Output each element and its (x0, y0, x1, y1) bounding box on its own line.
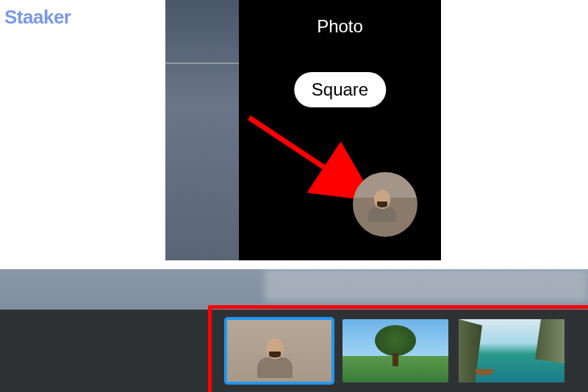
gallery-panel (0, 269, 588, 392)
boat-icon (475, 369, 494, 375)
gallery-thumb-tree[interactable] (343, 319, 448, 382)
gallery-thumb-selfie[interactable] (226, 319, 332, 382)
camera-preview-panel: Photo Square (165, 0, 441, 260)
person-icon (374, 190, 396, 222)
filmstrip-spacer (0, 310, 213, 392)
camera-mode-label: Photo (317, 16, 363, 37)
watermark-text: Staaker (4, 6, 71, 29)
preview-background-left (165, 0, 239, 260)
tree-icon (375, 325, 416, 366)
person-icon (266, 338, 293, 378)
cliff-icon (535, 319, 564, 363)
gallery-thumb-lake[interactable] (459, 319, 564, 382)
svg-line-0 (249, 118, 362, 193)
camera-controls-area: Photo Square (239, 0, 441, 260)
gallery-filmstrip (0, 310, 588, 392)
aspect-ratio-button[interactable]: Square (294, 72, 386, 107)
gallery-thumbnails (213, 319, 564, 382)
last-photo-thumbnail[interactable] (353, 172, 417, 237)
